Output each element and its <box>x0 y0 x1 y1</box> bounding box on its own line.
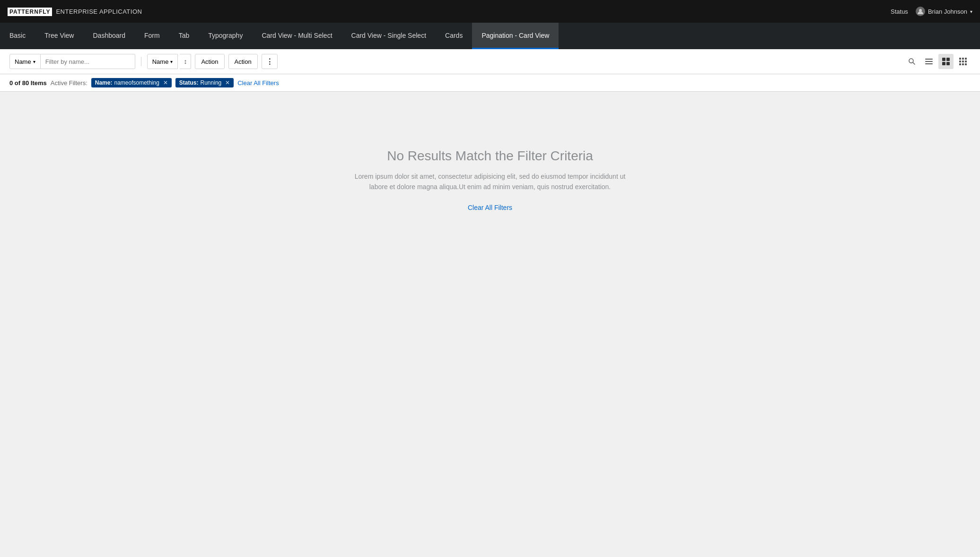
active-filters-label: Active Filters: <box>51 79 88 87</box>
name-chip-value: nameofsomething <box>114 79 159 86</box>
kebab-button[interactable]: ⋮ <box>262 54 278 69</box>
sort-direction-button[interactable]: ↕ <box>180 54 191 69</box>
compact-view-icon <box>959 58 967 65</box>
toolbar-separator-1 <box>141 57 141 66</box>
name-chip-remove[interactable]: ✕ <box>163 79 168 86</box>
card-view-icon <box>942 58 950 65</box>
empty-state-description: Lorem ipsum dolor sit amet, consectetur … <box>353 171 627 192</box>
sort-name-dropdown[interactable]: Name ▾ <box>147 54 178 69</box>
top-navbar: PATTERNFLY ENTERPRISE APPLICATION Status… <box>0 0 980 23</box>
search-button[interactable] <box>904 54 919 69</box>
filter-by-label: Name <box>15 58 31 65</box>
nav-item-tree-view[interactable]: Tree View <box>35 23 83 49</box>
svg-rect-17 <box>962 63 964 65</box>
nav-item-cards[interactable]: Cards <box>436 23 472 49</box>
secondary-nav: BasicTree ViewDashboardFormTabTypography… <box>0 23 980 49</box>
nav-item-card-view-multi[interactable]: Card View - Multi Select <box>252 23 341 49</box>
empty-state-clear-link[interactable]: Clear All Filters <box>468 204 512 211</box>
svg-point-1 <box>909 59 913 63</box>
filter-input-group: Name ▾ <box>9 54 135 69</box>
main-content: No Results Match the Filter Criteria Lor… <box>0 92 980 555</box>
svg-rect-14 <box>962 61 964 62</box>
svg-rect-10 <box>959 58 961 60</box>
action2-button[interactable]: Action <box>228 54 258 69</box>
svg-rect-6 <box>942 58 945 61</box>
sort-direction-icon: ↕ <box>184 58 187 65</box>
top-nav-right: Status Brian Johnson ▾ <box>891 7 972 16</box>
svg-rect-13 <box>959 61 961 62</box>
svg-rect-3 <box>925 59 933 60</box>
kebab-icon: ⋮ <box>266 57 273 66</box>
svg-rect-7 <box>946 58 950 61</box>
list-view-icon <box>925 58 933 65</box>
clear-all-filters-link[interactable]: Clear All Filters <box>237 79 279 87</box>
card-view-button[interactable] <box>938 54 954 69</box>
svg-line-2 <box>913 62 915 65</box>
user-menu[interactable]: Brian Johnson ▾ <box>916 7 972 16</box>
svg-rect-16 <box>959 63 961 65</box>
svg-rect-18 <box>965 63 967 65</box>
user-avatar <box>916 7 925 16</box>
svg-rect-8 <box>942 62 945 65</box>
compact-view-button[interactable] <box>955 54 971 69</box>
search-icon <box>908 58 916 65</box>
empty-state: No Results Match the Filter Criteria Lor… <box>0 92 980 268</box>
brand-app-name: ENTERPRISE APPLICATION <box>56 8 142 15</box>
user-name: Brian Johnson <box>928 8 967 15</box>
toolbar-right <box>904 54 971 69</box>
filters-bar: 0 of 80 Items Active Filters: Name: name… <box>0 74 980 92</box>
filter-by-dropdown[interactable]: Name ▾ <box>9 54 41 69</box>
items-count: 0 of 80 Items <box>9 79 47 87</box>
list-view-button[interactable] <box>921 54 936 69</box>
status-chip-value: Running <box>201 79 222 86</box>
user-chevron-icon: ▾ <box>970 9 972 14</box>
nav-item-pagination-card-view[interactable]: Pagination - Card View <box>472 23 559 49</box>
status-chip-remove[interactable]: ✕ <box>225 79 230 86</box>
brand-logo: PATTERNFLY <box>8 8 52 15</box>
nav-item-typography[interactable]: Typography <box>199 23 252 49</box>
toolbar: Name ▾ Name ▾ ↕ Action Action ⋮ <box>0 49 980 74</box>
action1-button[interactable]: Action <box>195 54 224 69</box>
svg-rect-12 <box>965 58 967 60</box>
sort-chevron-icon: ▾ <box>170 59 173 64</box>
status-filter-chip: Status: Running ✕ <box>175 78 234 87</box>
status-chip-label: Status: <box>179 79 199 86</box>
svg-rect-15 <box>965 61 967 62</box>
svg-rect-4 <box>925 61 933 62</box>
nav-item-basic[interactable]: Basic <box>0 23 35 49</box>
brand: PATTERNFLY ENTERPRISE APPLICATION <box>8 8 142 15</box>
svg-rect-9 <box>946 62 950 65</box>
filter-chevron-icon: ▾ <box>33 59 35 64</box>
svg-rect-11 <box>962 58 964 60</box>
name-chip-label: Name: <box>95 79 113 86</box>
search-input[interactable] <box>41 54 135 69</box>
nav-item-dashboard[interactable]: Dashboard <box>83 23 135 49</box>
svg-rect-5 <box>925 63 933 64</box>
empty-state-title: No Results Match the Filter Criteria <box>387 148 593 164</box>
nav-item-form[interactable]: Form <box>135 23 169 49</box>
sort-group: Name ▾ ↕ <box>147 54 192 69</box>
sort-label: Name <box>152 58 169 65</box>
nav-item-card-view-single[interactable]: Card View - Single Select <box>342 23 436 49</box>
name-filter-chip: Name: nameofsomething ✕ <box>91 78 172 87</box>
status-button[interactable]: Status <box>891 8 908 15</box>
nav-item-tab[interactable]: Tab <box>169 23 199 49</box>
